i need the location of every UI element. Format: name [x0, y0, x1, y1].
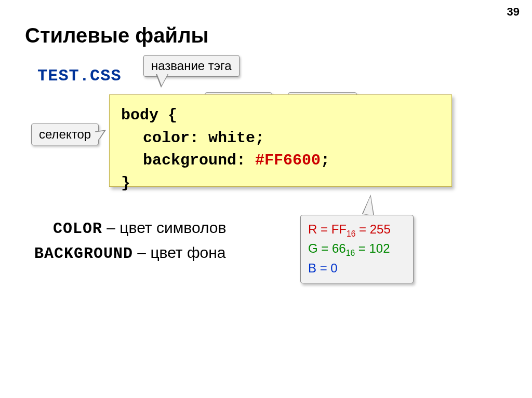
term-desc: – цвет фона — [133, 244, 226, 261]
rgb-red-line: R = FF16 = 255 — [308, 221, 406, 240]
code-line: color: white; — [121, 127, 440, 150]
rgb-text: R = FF — [308, 222, 347, 236]
code-text: { — [158, 106, 177, 124]
callout-rgb: R = FF16 = 255 G = 6616 = 102 B = 0 — [300, 215, 414, 283]
term-background: background — [34, 245, 133, 263]
callout-tail-icon — [156, 74, 168, 88]
code-text: background: — [143, 152, 255, 169]
definition-background: background – цвет фона — [34, 244, 226, 263]
page-number: 39 — [507, 5, 520, 19]
filename: TEST.CSS — [37, 66, 122, 86]
code-line: background: #FF6600; — [121, 149, 440, 172]
rgb-text: = 255 — [355, 222, 390, 236]
term-desc: – цвет символов — [102, 219, 226, 236]
rgb-green-line: G = 6616 = 102 — [308, 240, 406, 259]
subscript: 16 — [346, 249, 355, 257]
code-text: ; — [321, 152, 330, 169]
callout-tail-icon — [362, 194, 378, 216]
term-color: color — [53, 220, 102, 238]
callout-selector: селектор — [31, 123, 99, 145]
code-hex-value: #FF6600 — [255, 152, 321, 169]
definition-color: color – цвет символов — [53, 219, 226, 238]
code-line: } — [121, 172, 440, 195]
subscript: 16 — [347, 229, 355, 238]
rgb-text: = 102 — [355, 241, 390, 255]
rgb-blue-line: B = 0 — [308, 259, 406, 278]
rgb-text: G = 66 — [308, 241, 346, 255]
page-title: Стилевые файлы — [25, 24, 209, 47]
code-block: body { color: white; background: #FF6600… — [109, 94, 452, 187]
code-text: body — [121, 106, 158, 124]
code-line: body { — [121, 104, 440, 127]
